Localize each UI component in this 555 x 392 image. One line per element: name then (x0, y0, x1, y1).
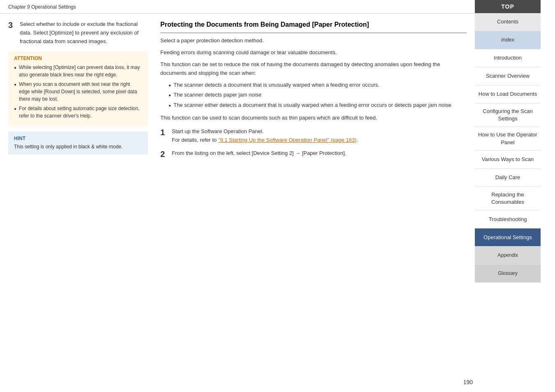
right-step-2-block: 2 From the listing on the left, select [… (160, 149, 467, 159)
sidebar-item-scanner-overview[interactable]: Scanner Overview (475, 67, 541, 85)
right-step-2-content: From the listing on the left, select [De… (172, 149, 346, 159)
para2: This function can be set to reduce the r… (160, 60, 467, 78)
attention-box: ATTENTION While selecting [Optimize] can… (8, 51, 148, 126)
step-3-block: 3 Select whether to include or exclude t… (8, 20, 148, 46)
right-step-2-main: From the listing on the left, select [De… (172, 150, 346, 156)
left-column: 3 Select whether to include or exclude t… (8, 20, 148, 164)
sidebar-item-how-to-load[interactable]: How to Load Documents (475, 85, 541, 104)
sidebar-item-troubleshooting[interactable]: Troubleshooting (475, 210, 541, 228)
bullet-item-1: The scanner detects a document that is u… (169, 81, 467, 89)
sidebar-item-glossary[interactable]: Glossary (475, 265, 541, 283)
right-step-2-number: 2 (160, 149, 169, 159)
sidebar-item-appendix[interactable]: Appendix (475, 247, 541, 265)
bullet-item-3: The scanner either detects a document th… (169, 101, 467, 109)
right-column: Protecting the Documents from Being Dama… (160, 20, 467, 164)
right-step-1-main: Start up the Software Operation Panel. (172, 128, 264, 134)
attention-title: ATTENTION (14, 55, 142, 61)
sidebar-item-operational-settings[interactable]: Operational Settings (475, 228, 541, 247)
chapter-header: Chapter 9 Operational Settings (0, 0, 475, 14)
sidebar-item-configuring-scan[interactable]: Configuring the Scan Settings (475, 104, 541, 127)
attention-item-3: For details about setting automatic page… (14, 105, 142, 120)
step-3-number: 3 (8, 20, 16, 46)
chapter-header-text: Chapter 9 Operational Settings (8, 4, 76, 10)
step-3-text: Select whether to include or exclude the… (20, 20, 148, 46)
sidebar-item-daily-care[interactable]: Daily Care (475, 169, 541, 187)
sidebar-item-various-ways[interactable]: Various Ways to Scan (475, 151, 541, 169)
hint-text: This setting is only applied in black & … (14, 143, 142, 150)
bullet-list: The scanner detects a document that is u… (169, 81, 467, 109)
para3: This function can be used to scan docume… (160, 114, 467, 122)
main-content: Chapter 9 Operational Settings 3 Select … (0, 0, 475, 392)
sidebar-item-replacing-consumables[interactable]: Replacing the Consumables (475, 187, 541, 210)
attention-item-1: While selecting [Optimize] can prevent d… (14, 64, 142, 78)
right-step-1-number: 1 (160, 127, 169, 145)
attention-item-2: When you scan a document with text near … (14, 81, 142, 103)
sidebar-item-contents[interactable]: Contents (475, 13, 541, 31)
sidebar-item-introduction[interactable]: Introduction (475, 49, 541, 67)
right-step-1-link[interactable]: "9.1 Starting Up the Software Operation … (218, 137, 357, 143)
right-step-1-sub: For details, refer to (172, 137, 218, 143)
section-title: Protecting the Documents from Being Dama… (160, 20, 467, 33)
sidebar-item-index[interactable]: Index (475, 31, 541, 49)
attention-list: While selecting [Optimize] can prevent d… (14, 64, 142, 120)
right-step-1-content: Start up the Software Operation Panel. F… (172, 127, 358, 145)
bullet-item-2: The scanner detects paper jam noise (169, 91, 467, 99)
para1: Feeding errors during scanning could dam… (160, 48, 467, 57)
intro-text: Select a paper protection detection meth… (160, 37, 467, 45)
right-step-1-end: . (356, 137, 358, 143)
page-number: 190 (463, 379, 473, 385)
hint-title: HINT (14, 136, 142, 141)
hint-box: HINT This setting is only applied in bla… (8, 131, 148, 154)
right-step-1-block: 1 Start up the Software Operation Panel.… (160, 127, 467, 145)
sidebar-item-operator-panel[interactable]: How to Use the Operator Panel (475, 127, 541, 150)
sidebar-top[interactable]: TOP (475, 0, 541, 13)
sidebar: TOP Contents Index Introduction Scanner … (475, 0, 541, 392)
